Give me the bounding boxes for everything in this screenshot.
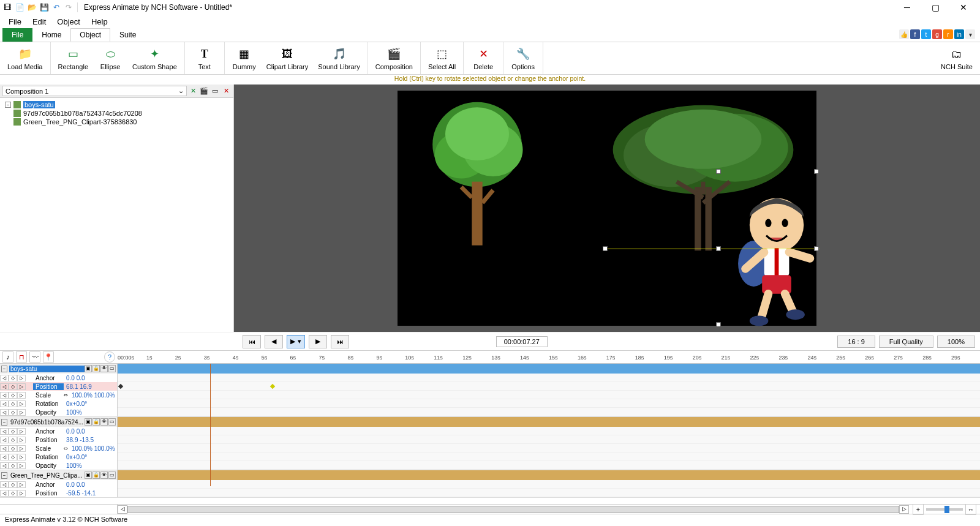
- position-value[interactable]: -59.5 -14.1: [64, 490, 96, 497]
- close-button[interactable]: ✕: [949, 0, 978, 15]
- key-add[interactable]: ◇: [9, 428, 17, 435]
- dropdown-icon[interactable]: ▾: [965, 29, 975, 39]
- tab-suite[interactable]: Suite: [110, 28, 145, 42]
- key-add[interactable]: ◇: [9, 383, 17, 390]
- collapse-icon[interactable]: −: [1, 419, 7, 426]
- selection-handle[interactable]: [814, 169, 819, 174]
- timeline-object-row[interactable]: −97d97c065b1b078a7524...▣🔒👁▭: [0, 417, 980, 427]
- load-media-button[interactable]: 📁Load Media: [2, 43, 48, 73]
- key-next[interactable]: ▷: [17, 409, 26, 416]
- key-next[interactable]: ▷: [17, 454, 26, 460]
- anchor-value[interactable]: 0.0 0.0: [64, 375, 85, 381]
- zoom-button[interactable]: 100%: [937, 336, 975, 348]
- key-prev[interactable]: ◁: [0, 445, 9, 452]
- tree-item[interactable]: −boys-satu: [5, 100, 228, 109]
- panel-btn-delete[interactable]: ✕: [221, 86, 231, 96]
- dummy-button[interactable]: ▦Dummy: [227, 43, 262, 73]
- facebook-icon[interactable]: f: [910, 29, 920, 39]
- obj-icon[interactable]: 🔒: [92, 418, 100, 426]
- tl-tool-magnet[interactable]: ⊓: [16, 351, 27, 363]
- next-frame-button[interactable]: ▶: [309, 335, 327, 348]
- anchor-value[interactable]: 0.0 0.0: [64, 481, 85, 488]
- key-prev[interactable]: ◁: [0, 454, 9, 460]
- key-next[interactable]: ▷: [17, 437, 26, 443]
- reddit-icon[interactable]: r: [943, 29, 953, 39]
- obj-icon[interactable]: 🔒: [92, 365, 100, 372]
- rectangle-button[interactable]: ▭Rectangle: [53, 43, 94, 73]
- key-prev[interactable]: ◁: [0, 428, 9, 435]
- qat-undo-icon[interactable]: ↶: [51, 2, 61, 12]
- tl-tool-help[interactable]: ?: [104, 351, 115, 363]
- zoom-fit[interactable]: ↔: [965, 504, 976, 515]
- time-display[interactable]: 00:00:07.27: [496, 336, 548, 347]
- key-next[interactable]: ▷: [17, 392, 26, 399]
- tl-tool-audio[interactable]: ♪: [2, 351, 13, 363]
- key-add[interactable]: ◇: [9, 437, 17, 443]
- zoom-slider[interactable]: [926, 508, 963, 511]
- opacity-value[interactable]: 100%: [64, 462, 82, 469]
- obj-icon[interactable]: ▣: [85, 418, 92, 426]
- goto-end-button[interactable]: ⏭: [331, 335, 349, 348]
- scale-value[interactable]: 100.0% 100.0%: [69, 445, 115, 452]
- canvas[interactable]: [398, 91, 816, 326]
- qat-save-icon[interactable]: 💾: [39, 2, 49, 12]
- keyframe[interactable]: [270, 384, 275, 389]
- selection-handle[interactable]: [716, 169, 721, 174]
- selection-handle[interactable]: [716, 322, 721, 327]
- position-value[interactable]: 68.1 16.9: [64, 383, 92, 390]
- qat-open-icon[interactable]: 📂: [27, 2, 37, 12]
- timeline[interactable]: −boys-satu▣🔒👁▭ ◁◇▷Anchor0.0 0.0 ◁◇▷Posit…: [0, 364, 980, 504]
- selection-handle[interactable]: [716, 246, 721, 251]
- tree-item[interactable]: Green_Tree_PNG_Clipart-375836830: [5, 118, 228, 126]
- scale-value[interactable]: 100.0% 100.0%: [69, 392, 115, 399]
- menu-file[interactable]: File: [4, 16, 26, 28]
- like-icon[interactable]: 👍: [899, 29, 909, 39]
- key-next[interactable]: ▷: [17, 490, 26, 497]
- key-add[interactable]: ◇: [9, 409, 17, 416]
- keyframe[interactable]: [118, 384, 123, 389]
- custom-shape-button[interactable]: ✦Custom Shape: [127, 43, 182, 73]
- tab-file[interactable]: File: [2, 28, 32, 42]
- selection-handle[interactable]: [603, 246, 608, 251]
- qat-redo-icon[interactable]: ↷: [64, 2, 74, 12]
- obj-icon[interactable]: ▣: [85, 472, 92, 479]
- key-next[interactable]: ▷: [17, 445, 26, 452]
- key-prev[interactable]: ◁: [0, 462, 9, 469]
- googleplus-icon[interactable]: g: [932, 29, 942, 39]
- key-add[interactable]: ◇: [9, 462, 17, 469]
- twitter-icon[interactable]: t: [921, 29, 931, 39]
- obj-icon[interactable]: ▣: [85, 365, 92, 372]
- key-prev[interactable]: ◁: [0, 400, 9, 407]
- obj-icon[interactable]: ▭: [108, 365, 116, 372]
- nch-suite-button[interactable]: 🗂NCH Suite: [936, 43, 978, 73]
- key-prev[interactable]: ◁: [0, 392, 9, 399]
- ellipse-button[interactable]: ⬭Ellipse: [93, 43, 127, 73]
- scroll-right[interactable]: ▷: [899, 505, 909, 514]
- sound-button[interactable]: 🎵Sound Library: [313, 43, 365, 73]
- menu-help[interactable]: Help: [86, 16, 113, 28]
- obj-icon[interactable]: 👁: [100, 472, 108, 479]
- timeline-object-row[interactable]: −boys-satu▣🔒👁▭: [0, 364, 980, 374]
- tab-home[interactable]: Home: [32, 28, 70, 42]
- play-button[interactable]: ▶ ▾: [287, 335, 305, 348]
- obj-icon[interactable]: ▭: [108, 418, 116, 426]
- key-add[interactable]: ◇: [9, 400, 17, 407]
- delete-button[interactable]: ✕Delete: [466, 43, 500, 73]
- menu-edit[interactable]: Edit: [28, 16, 51, 28]
- key-next[interactable]: ▷: [17, 383, 26, 390]
- key-add[interactable]: ◇: [9, 445, 17, 452]
- rotation-value[interactable]: 0x+0.0°: [64, 454, 87, 460]
- linkedin-icon[interactable]: in: [954, 29, 964, 39]
- obj-icon[interactable]: 👁: [100, 365, 108, 372]
- obj-icon[interactable]: 🔒: [92, 472, 100, 479]
- composition-select[interactable]: Composition 1⌄: [2, 86, 187, 96]
- key-next[interactable]: ▷: [17, 400, 26, 407]
- tree-item[interactable]: 97d97c065b1b078a7524374c5dc70208: [5, 109, 228, 118]
- playhead[interactable]: [210, 364, 211, 486]
- select-all-button[interactable]: ⬚Select All: [423, 43, 461, 73]
- anchor-value[interactable]: 0.0 0.0: [64, 428, 85, 435]
- scroll-thumb[interactable]: [127, 506, 899, 513]
- collapse-icon[interactable]: −: [1, 366, 7, 372]
- collapse-icon[interactable]: −: [1, 472, 7, 479]
- qat-new-icon[interactable]: 📄: [15, 2, 24, 12]
